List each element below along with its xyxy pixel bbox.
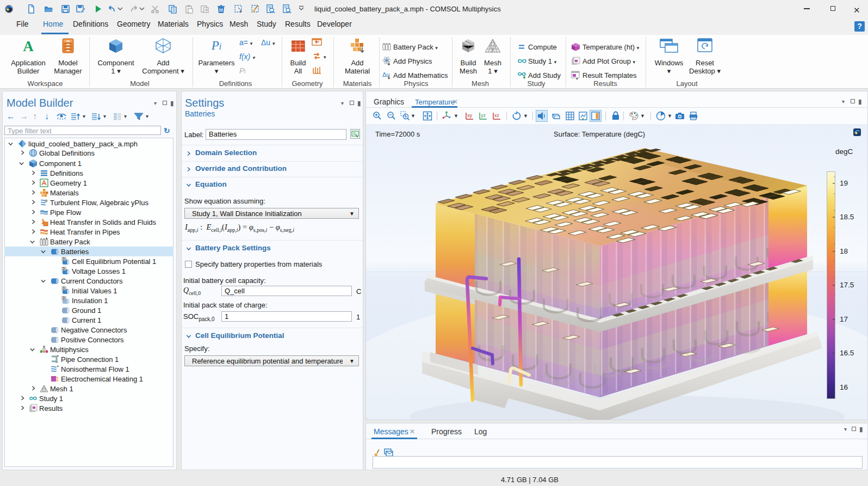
svg-text:D: D: [63, 257, 65, 261]
svg-text:xz: xz: [494, 113, 500, 118]
svg-text:D: D: [63, 296, 65, 300]
svg-text:D: D: [63, 267, 65, 270]
svg-text:D: D: [63, 286, 65, 290]
svg-text:yz: yz: [481, 113, 486, 118]
svg-text:xy: xy: [467, 113, 473, 118]
